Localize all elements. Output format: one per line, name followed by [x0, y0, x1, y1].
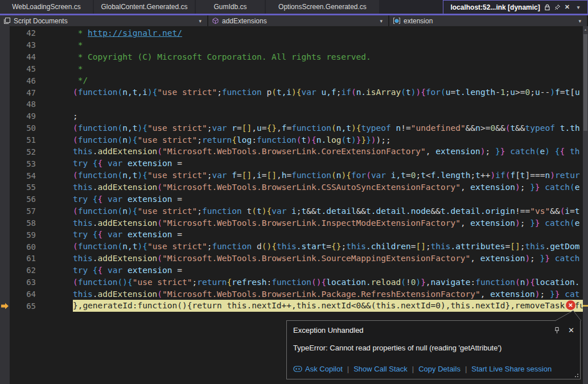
- code-line: 64 this.addExtension("Microsoft.WebTools…: [0, 288, 583, 300]
- tab-label: WebLoadingScreen.cs: [12, 3, 81, 11]
- scope-dropdown[interactable]: Script Documents ▾: [0, 15, 208, 26]
- breakpoint-gutter-cell[interactable]: [0, 98, 10, 110]
- line-number: 43: [10, 40, 36, 49]
- line-number: 53: [10, 159, 36, 168]
- tab-optionsscreen[interactable]: OptionsScreen.Generated.cs: [266, 0, 379, 14]
- line-number: 50: [10, 123, 36, 133]
- code-line: 44 * Copyright (C) Microsoft Corporation…: [0, 51, 583, 63]
- tab-label: OptionsScreen.Generated.cs: [278, 3, 367, 11]
- code-text: (function(n,t,i){"use strict";function p…: [53, 86, 583, 98]
- tab-webloadingscreen[interactable]: WebLoadingScreen.cs: [0, 0, 93, 14]
- local-variable-icon: [393, 17, 401, 24]
- navigation-bar: Script Documents ▾ addExtensions ▾ exten…: [0, 15, 588, 26]
- breakpoint-gutter-cell[interactable]: [0, 86, 10, 98]
- copy-details-link[interactable]: Copy Details: [418, 365, 460, 373]
- code-text: * Copyright (C) Microsoft Corporation. A…: [53, 51, 583, 63]
- script-documents-icon: [3, 17, 11, 24]
- breakpoint-gutter-cell[interactable]: [0, 253, 10, 265]
- line-number: 58: [10, 218, 36, 228]
- code-text: },generateId:function(){return this.next…: [53, 300, 583, 312]
- symbol-dropdown[interactable]: extension ▾: [389, 15, 588, 26]
- breakpoint-gutter-cell[interactable]: [0, 39, 10, 51]
- line-number: 57: [10, 207, 36, 216]
- separator: |: [465, 365, 467, 373]
- code-text: (function(n){"use strict";return{log:fun…: [53, 134, 583, 146]
- breakpoint-gutter-cell[interactable]: [0, 205, 10, 217]
- member-label: addExtensions: [222, 17, 267, 25]
- close-icon[interactable]: ✕: [568, 327, 574, 334]
- code-text: try {{ var extension =: [53, 193, 583, 205]
- breakpoint-gutter-cell[interactable]: [0, 51, 10, 63]
- show-call-stack-link[interactable]: Show Call Stack: [353, 365, 408, 373]
- breakpoint-gutter-cell[interactable]: [0, 193, 10, 205]
- resize-grip[interactable]: [574, 373, 578, 377]
- line-number: 54: [10, 171, 36, 180]
- code-text: (function(n){"use strict";function t(t){…: [53, 205, 583, 217]
- code-line: 42 * http://signalr.net/: [0, 27, 583, 39]
- pin-icon[interactable]: [554, 327, 560, 334]
- code-text: (function(n,t){"use strict";var r=[],u={…: [53, 122, 583, 134]
- code-line: 50 (function(n,t){"use strict";var r=[],…: [0, 122, 583, 134]
- code-text: this.addExtension("Microsoft.WebTools.Br…: [53, 288, 583, 300]
- breakpoint-gutter-cell[interactable]: [0, 63, 10, 75]
- chevron-down-icon: ▾: [199, 18, 204, 24]
- line-number: 59: [10, 230, 36, 240]
- line-number: 56: [10, 195, 36, 204]
- line-number: 65: [10, 302, 36, 311]
- vertical-scrollbar[interactable]: ▴: [583, 26, 588, 384]
- scroll-up-icon[interactable]: ▴: [583, 27, 588, 32]
- separator: |: [412, 365, 414, 373]
- code-text: ;: [53, 110, 583, 122]
- line-number: 44: [10, 52, 36, 61]
- code-text: try {{ var extension =: [53, 265, 583, 276]
- code-line: 49 ;: [0, 110, 583, 122]
- line-number: 60: [10, 242, 36, 251]
- tab-strip: WebLoadingScreen.cs GlobalContent.Genera…: [0, 0, 588, 14]
- close-icon[interactable]: ✕: [565, 4, 570, 10]
- tab-globalcontent[interactable]: GlobalContent.Generated.cs: [94, 0, 195, 14]
- line-number: 61: [10, 254, 36, 263]
- tab-gumidb[interactable]: GumIdb.cs: [196, 0, 265, 14]
- pin-icon[interactable]: [554, 4, 561, 11]
- code-line: 59 try {{ var extension =: [0, 229, 583, 241]
- breakpoint-gutter-cell[interactable]: [0, 229, 10, 241]
- code-text: (function(){"use strict";return{refresh:…: [53, 276, 583, 288]
- breakpoint-gutter-cell[interactable]: [0, 110, 10, 122]
- ask-copilot-link[interactable]: Ask Copilot: [293, 365, 343, 373]
- exception-helper-popup: Exception Unhandled ✕ TypeError: Cannot …: [286, 320, 581, 379]
- breakpoint-gutter-cell[interactable]: [0, 158, 10, 170]
- code-lines: 42 * http://signalr.net/43 *44 * Copyrig…: [0, 27, 583, 312]
- breakpoint-gutter-cell[interactable]: [0, 75, 10, 86]
- code-line: 57 (function(n){"use strict";function t(…: [0, 205, 583, 217]
- code-text: try {{ var extension =: [53, 229, 583, 241]
- code-text: this.addExtension("Microsoft.WebTools.Br…: [53, 217, 583, 229]
- scrollbar-thumb[interactable]: [583, 34, 587, 131]
- breakpoint-gutter-cell[interactable]: [0, 217, 10, 229]
- breakpoint-gutter-cell[interactable]: [0, 288, 10, 300]
- code-line: 51 (function(n){"use strict";return{log:…: [0, 134, 583, 146]
- line-number: 63: [10, 278, 36, 287]
- breakpoint-gutter-cell[interactable]: [0, 27, 10, 39]
- breakpoint-gutter-cell[interactable]: [0, 276, 10, 288]
- execution-pointer-icon: [1, 303, 9, 309]
- breakpoint-gutter-cell[interactable]: [0, 170, 10, 181]
- scope-label: Script Documents: [14, 17, 68, 25]
- tab-localhost-dynamic[interactable]: localhost:52...ink [dynamic] ✕ ▾: [443, 0, 588, 14]
- breakpoint-gutter-cell[interactable]: [0, 122, 10, 134]
- breakpoint-gutter-cell[interactable]: [0, 134, 10, 146]
- code-line: 48: [0, 98, 583, 110]
- line-number: 49: [10, 112, 36, 121]
- breakpoint-gutter-cell[interactable]: [0, 265, 10, 276]
- breakpoint-gutter-cell[interactable]: [0, 146, 10, 158]
- member-dropdown[interactable]: addExtensions ▾: [208, 15, 389, 26]
- code-line: 62 try {{ var extension =: [0, 265, 583, 276]
- start-live-share-link[interactable]: Start Live Share session: [471, 365, 552, 373]
- lock-icon: [544, 4, 550, 11]
- breakpoint-gutter-cell[interactable]: [0, 181, 10, 193]
- breakpoint-gutter-cell[interactable]: [0, 241, 10, 253]
- tab-label: localhost:52...ink [dynamic]: [450, 3, 540, 11]
- separator: |: [347, 365, 349, 373]
- breakpoint-gutter-cell[interactable]: [0, 300, 10, 312]
- code-line: 52 this.addExtension("Microsoft.WebTools…: [0, 146, 583, 158]
- chevron-down-icon[interactable]: ▾: [574, 5, 583, 10]
